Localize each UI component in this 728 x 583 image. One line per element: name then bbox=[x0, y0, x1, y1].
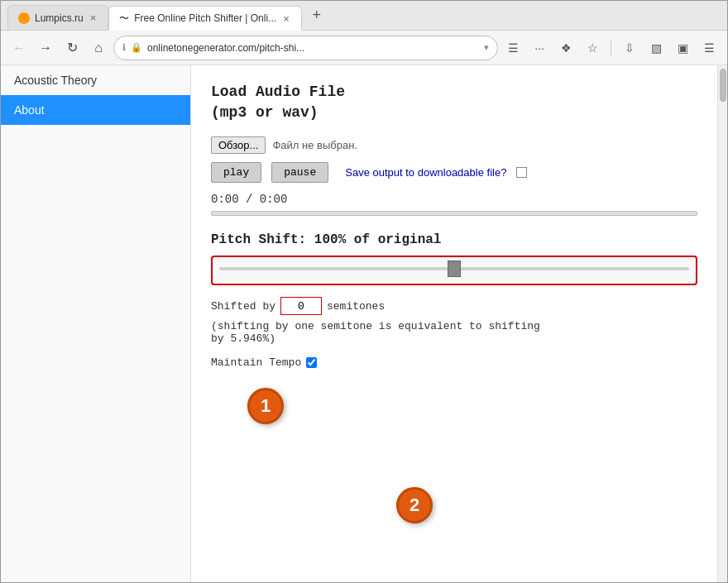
callout-2: 2 bbox=[396, 487, 433, 523]
lock-icon: 🔒 bbox=[131, 42, 142, 53]
toolbar: ← → ↻ ⌂ ℹ 🔒 ▾ ☰ ··· ❖ ☆ ⇩ ▧ ▣ ☰ bbox=[1, 31, 727, 65]
pitch-slider-container bbox=[211, 256, 697, 285]
semitones-label: semitones bbox=[327, 300, 385, 313]
scrollbar-thumb[interactable] bbox=[720, 69, 726, 102]
sidebar: Acoustic Theory About bbox=[1, 65, 191, 582]
url-input[interactable] bbox=[147, 42, 479, 54]
lumpics-favicon bbox=[18, 12, 30, 24]
toolbar-divider bbox=[611, 40, 611, 56]
browser-window: Lumpics.ru × 〜 Free Online Pitch Shifter… bbox=[0, 0, 728, 583]
maintain-tempo-checkbox[interactable] bbox=[306, 357, 317, 368]
save-output-label: Save output to downloadable file? bbox=[345, 166, 506, 179]
dropdown-icon[interactable]: ▾ bbox=[484, 42, 489, 53]
maintain-tempo-row: Maintain Tempo bbox=[211, 356, 697, 369]
play-button[interactable]: play bbox=[211, 162, 261, 183]
pitch-shift-title: Pitch Shift: 100% of original bbox=[211, 232, 697, 247]
menu-button[interactable]: ☰ bbox=[697, 36, 721, 60]
new-tab-button[interactable]: + bbox=[305, 4, 328, 27]
tab-lumpics-label: Lumpics.ru bbox=[35, 12, 84, 24]
bookmark-button[interactable]: ☆ bbox=[581, 36, 604, 60]
back-button[interactable]: ← bbox=[7, 36, 31, 60]
time-display: 0:00 / 0:00 bbox=[211, 193, 697, 206]
semitones-row: Shifted by semitones bbox=[211, 297, 697, 315]
reload-button[interactable]: ↻ bbox=[60, 36, 84, 60]
info-icon: ℹ bbox=[122, 42, 126, 53]
semitones-note: (shifting by one semitone is equivalent … bbox=[211, 320, 697, 345]
save-output-checkbox[interactable] bbox=[516, 167, 527, 178]
main-content: Load Audio File (mp3 or wav) Обзор... Фа… bbox=[191, 65, 717, 582]
callout-1: 1 bbox=[247, 388, 284, 424]
pause-button[interactable]: pause bbox=[271, 162, 328, 183]
forward-button[interactable]: → bbox=[34, 36, 57, 60]
progress-bar[interactable] bbox=[211, 211, 697, 216]
address-bar: ℹ 🔒 ▾ bbox=[113, 36, 498, 60]
pocket-button[interactable]: ❖ bbox=[554, 36, 577, 60]
more-tools-button[interactable]: ··· bbox=[528, 36, 551, 60]
sidebar-item-about[interactable]: About bbox=[1, 95, 190, 125]
shifted-by-label: Shifted by bbox=[211, 300, 275, 313]
tab-pitch-close[interactable]: × bbox=[281, 12, 291, 25]
home-button[interactable]: ⌂ bbox=[87, 36, 110, 60]
container-button[interactable]: ▣ bbox=[671, 36, 694, 60]
tab-bar: Lumpics.ru × 〜 Free Online Pitch Shifter… bbox=[1, 1, 727, 31]
synced-tabs-button[interactable]: ▧ bbox=[644, 36, 668, 60]
tab-pitch-shifter[interactable]: 〜 Free Online Pitch Shifter | Onli... × bbox=[108, 6, 301, 31]
maintain-tempo-label: Maintain Tempo bbox=[211, 356, 301, 369]
load-audio-title: Load Audio File (mp3 or wav) bbox=[211, 82, 697, 123]
pitch-favicon: 〜 bbox=[119, 12, 129, 26]
download-button[interactable]: ⇩ bbox=[618, 36, 641, 60]
file-status: Файл не выбран. bbox=[272, 139, 357, 151]
browse-button[interactable]: Обзор... bbox=[211, 136, 266, 154]
file-chooser-row: Обзор... Файл не выбран. bbox=[211, 136, 697, 154]
tab-lumpics[interactable]: Lumpics.ru × bbox=[7, 5, 108, 30]
page-area: Acoustic Theory About Load Audio File (m… bbox=[1, 65, 727, 582]
tab-lumpics-close[interactable]: × bbox=[89, 12, 98, 24]
semitones-input[interactable] bbox=[280, 297, 322, 315]
pitch-slider[interactable] bbox=[219, 260, 689, 277]
controls-row: play pause Save output to downloadable f… bbox=[211, 162, 697, 183]
reader-view-button[interactable]: ☰ bbox=[501, 36, 524, 60]
browser-scrollbar[interactable] bbox=[717, 65, 727, 582]
tab-pitch-label: Free Online Pitch Shifter | Onli... bbox=[134, 12, 276, 24]
sidebar-item-acoustic-theory[interactable]: Acoustic Theory bbox=[1, 65, 190, 95]
